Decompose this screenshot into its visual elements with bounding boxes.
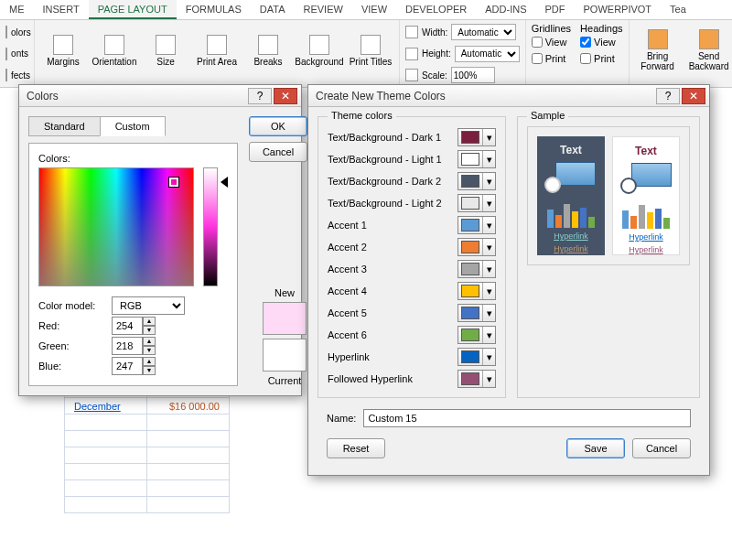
margins-button[interactable]: Margins [40,23,86,78]
help-button[interactable] [656,88,680,104]
gradient-marker[interactable] [169,178,178,187]
theme-color-dropdown-4[interactable]: ▾ [458,216,496,234]
gridlines-view-check[interactable]: View [532,34,571,50]
bring-forward-button[interactable]: Bring Forward [635,23,681,78]
theme-color-dropdown-1[interactable]: ▾ [458,150,496,168]
colors-titlebar[interactable]: Colors ✕ [19,85,301,107]
size-icon [156,35,176,55]
ribbon-tab-tea[interactable]: Tea [661,0,695,19]
theme-color-row: Hyperlink▾ [328,346,496,368]
height-select[interactable]: Automatic [455,46,520,62]
sample-shape-icon [555,162,596,186]
effects-icon [5,69,7,81]
height-icon [405,48,418,60]
print-titles-button[interactable]: Print Titles [348,23,393,78]
ribbon-tab-review[interactable]: REVIEW [295,0,352,19]
green-spin-up[interactable]: ▲ [143,337,156,346]
green-label: Green: [38,340,106,351]
cancel-button[interactable]: Cancel [249,142,307,162]
ribbon-tab-view[interactable]: VIEW [352,0,396,19]
theme-color-dropdown-0[interactable]: ▾ [458,128,496,146]
theme-colors-btn[interactable]: olors [5,23,28,41]
width-select[interactable]: Automatic [451,24,516,40]
orientation-button[interactable]: Orientation [92,23,137,78]
headings-view-check[interactable]: View [580,34,622,50]
color-swatch-icon [461,175,479,188]
ribbon-tab-developer[interactable]: DEVELOPER [396,0,476,19]
size-button[interactable]: Size [143,23,188,78]
theme-color-dropdown-5[interactable]: ▾ [458,238,496,256]
blue-input[interactable] [112,357,143,375]
background-button[interactable]: Background [296,23,342,78]
luminance-arrow-icon[interactable] [221,177,228,188]
color-swatch-icon [461,153,479,166]
page-setup-group: Margins Orientation Size Print Area Brea… [35,20,400,87]
red-spin-down[interactable]: ▼ [143,326,156,335]
blue-spin-down[interactable]: ▼ [143,366,156,375]
sample-light: Text Hyperlink Hyperlink [612,136,680,255]
color-model-select[interactable]: RGB [112,296,185,315]
gridlines-print-check[interactable]: Print [532,50,571,67]
theme-color-row: Followed Hyperlink▾ [328,368,496,390]
headings-print-check[interactable]: Print [580,50,622,67]
ribbon-tab-formulas[interactable]: FORMULAS [177,0,251,19]
ribbon-tab-add-ins[interactable]: ADD-INS [476,0,535,19]
theme-cancel-button[interactable]: Cancel [632,438,691,458]
color-swatch-icon [461,131,479,144]
theme-color-dropdown-11[interactable]: ▾ [458,370,496,388]
print-titles-icon [361,35,381,55]
scale-group: Width:Automatic Height:Automatic Scale: [400,20,526,87]
green-input[interactable] [112,337,143,355]
sample-fieldset: Sample Text Hyperlink Hyperlink Text [517,116,700,398]
table-row[interactable]: December$16 000.00 [65,398,230,415]
theme-color-dropdown-2[interactable]: ▾ [458,172,496,190]
color-swatch-icon [461,307,479,319]
ribbon-tab-me[interactable]: ME [0,0,34,19]
breaks-button[interactable]: Breaks [245,23,291,78]
luminance-bar[interactable] [203,167,218,286]
close-button[interactable]: ✕ [274,88,297,104]
ribbon-tab-pdf[interactable]: PDF [536,0,575,19]
color-gradient[interactable] [38,167,194,286]
ribbon-tab-page-layout[interactable]: PAGE LAYOUT [89,0,177,19]
chevron-down-icon: ▾ [482,239,495,255]
theme-color-dropdown-9[interactable]: ▾ [458,326,496,344]
theme-color-dropdown-10[interactable]: ▾ [458,348,496,366]
theme-effects-btn[interactable]: fects [5,66,28,84]
theme-color-row: Accent 5▾ [328,302,496,324]
ribbon-tab-powerpivot[interactable]: POWERPIVOT [575,0,662,19]
chevron-down-icon: ▾ [482,371,495,387]
ribbon-tab-data[interactable]: DATA [251,0,295,19]
theme-name-input[interactable] [363,409,691,427]
save-button[interactable]: Save [566,438,625,458]
theme-color-dropdown-7[interactable]: ▾ [458,282,496,300]
colors-label: Colors: [38,153,228,164]
red-spin-up[interactable]: ▲ [143,317,156,326]
standard-tab[interactable]: Standard [28,116,101,136]
scale-input[interactable] [451,67,495,83]
blue-spin-up[interactable]: ▲ [143,357,156,366]
green-spin-down[interactable]: ▼ [143,346,156,355]
red-label: Red: [38,320,106,331]
help-button[interactable] [248,88,272,104]
chevron-down-icon: ▾ [482,195,495,211]
theme-color-dropdown-3[interactable]: ▾ [458,194,496,212]
blue-label: Blue: [38,361,106,372]
ribbon-tabs: MEINSERTPAGE LAYOUTFORMULASDATAREVIEWVIE… [0,0,732,20]
new-label: New [262,287,307,298]
theme-titlebar[interactable]: Create New Theme Colors ✕ [308,85,709,107]
breaks-icon [258,35,278,55]
theme-color-dropdown-6[interactable]: ▾ [458,260,496,278]
custom-tab[interactable]: Custom [100,116,166,136]
theme-color-dropdown-8[interactable]: ▾ [458,304,496,322]
print-area-button[interactable]: Print Area [194,23,240,78]
arrange-group: Bring Forward Send Backward Selection Pa… [630,20,732,87]
reset-button[interactable]: Reset [327,438,385,458]
sample-dark: Text Hyperlink Hyperlink [537,136,605,255]
ok-button[interactable]: OK [249,116,307,136]
ribbon-tab-insert[interactable]: INSERT [34,0,89,19]
red-input[interactable] [112,317,143,335]
send-backward-button[interactable]: Send Backward [686,23,732,78]
close-button[interactable]: ✕ [682,88,705,104]
theme-fonts-btn[interactable]: onts [5,45,28,63]
